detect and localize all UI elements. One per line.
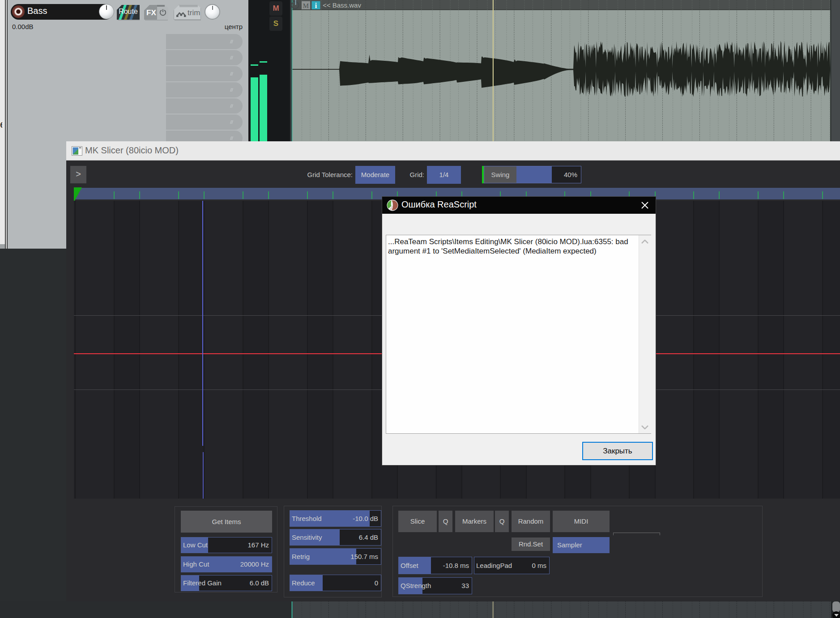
svg-text:M: M xyxy=(303,2,309,9)
svg-text:<< Bass.wav: << Bass.wav xyxy=(323,1,361,9)
svg-text:i: i xyxy=(315,2,317,9)
